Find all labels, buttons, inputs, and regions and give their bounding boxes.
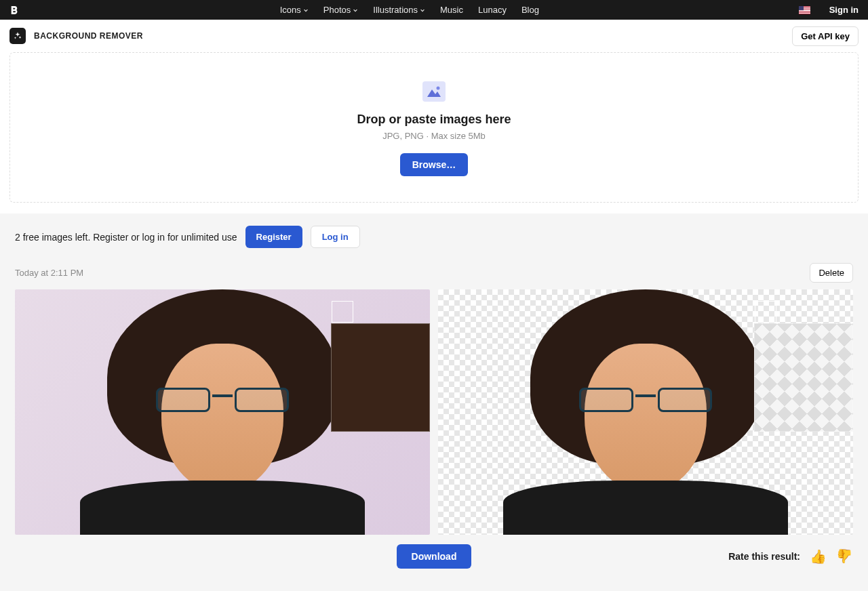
nav-blog[interactable]: Blog	[521, 5, 539, 15]
app-icon	[9, 28, 26, 44]
dropzone[interactable]: Drop or paste images here JPG, PNG · Max…	[9, 52, 859, 203]
upload-section: Drop or paste images here JPG, PNG · Max…	[0, 52, 868, 213]
top-nav: Icons Photos Illustrations Music Lunacy …	[0, 0, 868, 20]
image-result	[438, 289, 853, 535]
dropzone-title: Drop or paste images here	[357, 113, 511, 127]
sparkle-icon	[13, 31, 22, 41]
zoom-preview	[331, 323, 430, 432]
quota-text: 2 free images left. Register or log in f…	[15, 232, 237, 243]
nav-photos[interactable]: Photos	[323, 5, 358, 15]
nav-right: Sign in	[799, 5, 859, 15]
thumbs-up-icon[interactable]: 👍	[810, 548, 827, 565]
image-compare	[0, 289, 868, 535]
delete-button[interactable]: Delete	[810, 263, 853, 283]
logo-icon[interactable]	[9, 5, 20, 16]
nav-icons[interactable]: Icons	[280, 5, 309, 15]
zoom-indicator[interactable]	[332, 301, 353, 323]
chevron-down-icon	[303, 7, 309, 13]
login-button[interactable]: Log in	[311, 226, 360, 248]
mountain-icon	[426, 85, 442, 98]
zoom-indicator[interactable]	[755, 301, 776, 323]
subheader-left: BACKGROUND REMOVER	[9, 28, 143, 44]
result-actions: Download Rate this result: 👍 👍	[0, 535, 868, 591]
timestamp: Today at 2:11 PM	[15, 268, 83, 278]
subheader: BACKGROUND REMOVER Get API key	[0, 20, 868, 52]
image-original	[15, 289, 430, 535]
dropzone-subtitle: JPG, PNG · Max size 5Mb	[382, 131, 486, 141]
quota-strip: 2 free images left. Register or log in f…	[0, 213, 868, 260]
thumbs-down-icon[interactable]: 👍	[836, 548, 853, 565]
result-header: Today at 2:11 PM Delete	[0, 260, 868, 289]
nav-center: Icons Photos Illustrations Music Lunacy …	[20, 5, 799, 15]
browse-button[interactable]: Browse…	[400, 153, 469, 176]
svg-point-0	[437, 87, 440, 90]
rate-label: Rate this result:	[728, 551, 800, 562]
nav-music[interactable]: Music	[440, 5, 463, 15]
image-upload-icon	[422, 81, 446, 102]
flag-us-icon[interactable]	[799, 6, 810, 14]
register-button[interactable]: Register	[245, 226, 302, 248]
nav-illustrations[interactable]: Illustrations	[373, 5, 425, 15]
rate-group: Rate this result: 👍 👍	[728, 548, 853, 565]
chevron-down-icon	[353, 7, 358, 13]
zoom-preview	[754, 323, 853, 432]
app-title: BACKGROUND REMOVER	[34, 31, 143, 41]
get-api-key-button[interactable]: Get API key	[792, 26, 859, 46]
nav-lunacy[interactable]: Lunacy	[478, 5, 507, 15]
download-button[interactable]: Download	[397, 544, 472, 569]
chevron-down-icon	[420, 7, 425, 13]
signin-link[interactable]: Sign in	[829, 5, 859, 15]
